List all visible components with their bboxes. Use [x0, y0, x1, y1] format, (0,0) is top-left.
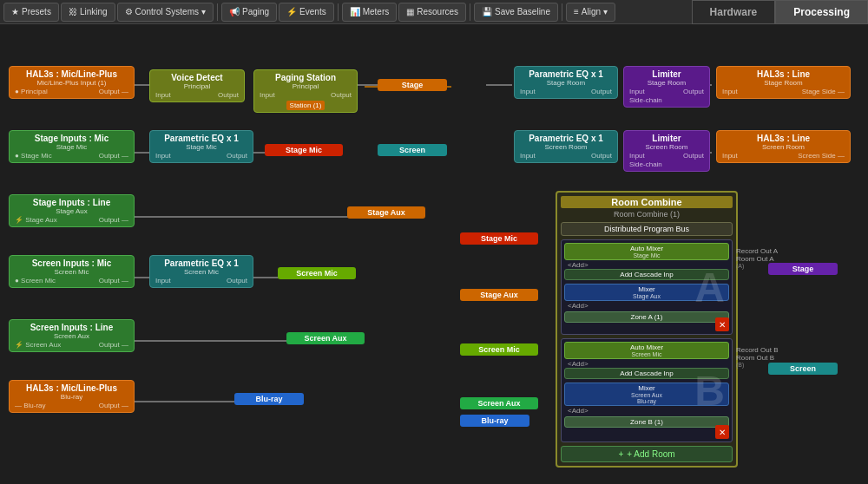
param-eq-screen[interactable]: Parametric EQ x 1 Screen Room Input Outp…	[514, 130, 618, 163]
top-tabs: Hardware Processing	[692, 0, 868, 24]
separator-4	[562, 3, 562, 21]
param-eq-stage-mic[interactable]: Parametric EQ x 1 Stage Mic Input Output	[149, 130, 253, 163]
save-icon: 💾	[482, 7, 492, 16]
bluray-rc-input: Blu-ray	[460, 415, 529, 427]
stage-output-signal: Stage	[768, 263, 838, 275]
auto-mixer-a[interactable]: Auto Mixer Stage Mic	[564, 243, 729, 260]
separator-2	[338, 3, 339, 21]
linking-btn[interactable]: ⛓ Linking	[61, 3, 115, 22]
voice-detect[interactable]: Voice Detect Principal Input Output	[149, 69, 245, 102]
screen-inputs-mic[interactable]: Screen Inputs : Mic Screen Mic ● Screen …	[9, 255, 135, 288]
paging-station[interactable]: Paging Station Principal Input Output St…	[253, 69, 358, 113]
param-eq-screen-mic[interactable]: Parametric EQ x 1 Screen Mic Input Outpu…	[149, 255, 253, 288]
control-systems-btn[interactable]: ⚙ Control Systems ▾	[117, 3, 214, 22]
plus-icon: +	[618, 449, 623, 459]
hal3s-bluray[interactable]: HAL3s : Mic/Line-Plus Blu-ray — Blu-ray …	[9, 380, 135, 413]
tab-hardware[interactable]: Hardware	[692, 0, 776, 24]
align-chevron-icon: ▾	[603, 7, 608, 16]
tab-processing[interactable]: Processing	[775, 0, 868, 24]
screen-mic-signal: Screen Mic	[278, 267, 356, 279]
meters-btn[interactable]: 📊 Meters	[342, 3, 398, 22]
delete-room-b-btn[interactable]: ✕	[715, 425, 729, 439]
stage-mic-signal: Stage Mic	[265, 144, 343, 156]
limiter-stage[interactable]: Limiter Stage Room Input Output Side-cha…	[623, 66, 710, 108]
param-eq-stage[interactable]: Parametric EQ x 1 Stage Room Input Outpu…	[514, 66, 618, 99]
separator-3	[470, 3, 470, 21]
events-icon: ⚡	[286, 7, 297, 16]
hal3s-line-stage[interactable]: HAL3s : Line Stage Room Input Stage Side…	[716, 66, 851, 99]
link-icon: ⛓	[69, 7, 77, 16]
stage-signal-1: Stage	[378, 79, 447, 91]
screen-mic-rc-input: Screen Mic	[460, 343, 538, 356]
stage-mic-rc-input: Stage Mic	[460, 232, 538, 245]
zone-b[interactable]: Zone B (1)	[564, 416, 729, 428]
resources-icon: ▦	[406, 7, 414, 16]
zone-a[interactable]: Zone A (1)	[564, 311, 729, 323]
star-icon: ★	[11, 7, 19, 16]
stage-inputs-mic[interactable]: Stage Inputs : Mic Stage Mic ● Stage Mic…	[9, 130, 135, 163]
hal3s-mic-line-1[interactable]: HAL3s : Mic/Line-Plus Mic/Line-Plus Inpu…	[9, 66, 135, 99]
add-room-btn[interactable]: + + Add Room	[561, 446, 733, 462]
paging-icon: 📢	[229, 7, 240, 16]
auto-mixer-b[interactable]: Auto Mixer Screen Mic	[564, 342, 729, 359]
room-combine-title: Room Combine	[561, 196, 733, 208]
room-a-section: A Auto Mixer Stage Mic <Add> Add Cascade…	[561, 239, 733, 335]
align-btn[interactable]: ≡ Align ▾	[566, 3, 615, 22]
toolbar: ★ Presets ⛓ Linking ⚙ Control Systems ▾ …	[0, 0, 868, 24]
room-b-label: B	[694, 367, 725, 415]
stage-aux-rc-input: Stage Aux	[460, 289, 538, 301]
distributed-program-bus: Distributed Program Bus	[561, 222, 733, 236]
room-combine-subtitle: Room Combine (1)	[561, 210, 733, 219]
events-btn[interactable]: ⚡ Events	[279, 3, 334, 22]
gear-icon: ⚙	[125, 7, 133, 16]
screen-aux-signal: Screen Aux	[286, 332, 365, 344]
separator-1	[217, 3, 218, 21]
room-b-section: B Auto Mixer Screen Mic <Add> Add Cascad…	[561, 338, 733, 442]
chevron-down-icon: ▾	[201, 7, 206, 16]
stage-inputs-line[interactable]: Stage Inputs : Line Stage Aux ⚡ Stage Au…	[9, 194, 135, 227]
presets-btn[interactable]: ★ Presets	[3, 3, 59, 22]
hal3s-line-screen[interactable]: HAL3s : Line Screen Room Input Screen Si…	[716, 130, 851, 163]
bluray-signal: Blu-ray	[234, 393, 304, 405]
screen-aux-rc-input: Screen Aux	[460, 397, 538, 409]
room-a-label: A	[694, 264, 725, 311]
resources-btn[interactable]: ▦ Resources	[398, 3, 466, 22]
limiter-screen[interactable]: Limiter Screen Room Input Output Side-ch…	[623, 130, 710, 172]
save-baseline-btn[interactable]: 💾 Save Baseline	[474, 3, 558, 22]
meters-icon: 📊	[350, 7, 360, 16]
canvas: HAL3s : Mic/Line-Plus Mic/Line-Plus Inpu…	[0, 24, 868, 484]
paging-btn[interactable]: 📢 Paging	[221, 3, 277, 22]
screen-signal-top: Screen	[378, 144, 447, 156]
align-icon: ≡	[574, 7, 579, 16]
delete-room-a-btn[interactable]: ✕	[715, 317, 729, 331]
stage-aux-signal: Stage Aux	[347, 206, 425, 219]
room-combine-panel: Room Combine Room Combine (1) Distribute…	[556, 191, 738, 468]
screen-inputs-line[interactable]: Screen Inputs : Line Screen Aux ⚡ Screen…	[9, 319, 135, 352]
screen-output-signal: Screen	[768, 363, 838, 375]
